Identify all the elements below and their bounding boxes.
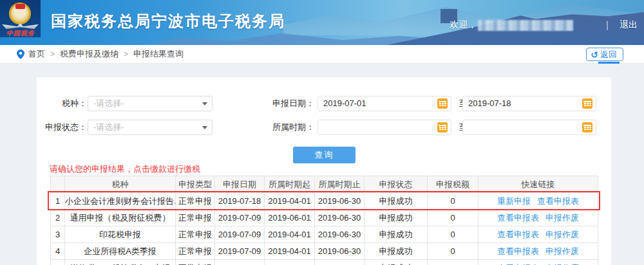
breadcrumb-separator: > (124, 50, 128, 59)
breadcrumb-home[interactable]: 首页 (28, 48, 45, 60)
separator: ｜ (603, 19, 612, 31)
cell-tax: 企业所得税A类季报 (65, 243, 176, 260)
cell-quick-links: 查看申报表申报作废 (478, 260, 598, 265)
cell-date: 2019-07-18 (215, 193, 265, 210)
table-row: 2通用申报（税及附征税费）正常申报2019-07-092019-06-01201… (51, 210, 598, 226)
logout-button[interactable]: 退出 (620, 19, 638, 31)
cell-tax: 小企业会计准则财务会计报告... (65, 193, 176, 210)
cell-quick-links: 重新申报查看申报表 (478, 193, 598, 210)
table-header: 税种申报类型申报日期所属时期起所属时期止申报状态申报税额快速链接 (51, 176, 598, 193)
column-header: 申报类型 (176, 176, 215, 193)
cell-period_end: 2019-06-30 (315, 226, 365, 243)
table-row: 4企业所得税A类季报正常申报2019-07-092019-04-012019-0… (51, 243, 598, 260)
quick-link[interactable]: 申报作废 (545, 230, 579, 239)
period-to-input[interactable] (462, 120, 596, 135)
app-header: 中国税务 国家税务总局宁波市电子税务局 欢迎， ｜ 退出 (0, 0, 644, 45)
user-area: 欢迎， ｜ 退出 (450, 19, 638, 31)
quick-link[interactable]: 申报作废 (545, 246, 579, 256)
tax-type-label: 税种： (37, 96, 87, 111)
column-header: 所属时期起 (265, 176, 315, 193)
cell-status: 申报成功 (365, 226, 428, 243)
column-header: 申报状态 (365, 176, 428, 193)
chevron-down-icon (202, 102, 207, 105)
cell-tax: 印花税申报 (65, 226, 176, 243)
cell-type: 正常申报 (176, 193, 215, 210)
tax-bureau-logo: 中国税务 (0, 0, 41, 37)
cell-quick-links: 查看申报表申报作废 (478, 226, 598, 243)
redacted-username (478, 20, 573, 31)
cell-period_start: 2019-04-01 (265, 243, 315, 260)
cell-quick-links: 查看申报表申报作废 (478, 243, 598, 260)
chevron-down-icon (202, 126, 207, 129)
cell-period_end: 2019-06-30 (315, 243, 365, 260)
quick-link[interactable]: 查看申报表 (537, 196, 579, 206)
cell-no: 1 (51, 193, 65, 210)
cell-no: 5 (51, 260, 65, 265)
declare-date-from-value: 2019-07-01 (323, 98, 366, 108)
column-header: 税种 (65, 176, 176, 193)
cell-date: 2019-07-09 (215, 260, 265, 265)
cell-amount: 0 (428, 243, 478, 260)
declare-status-select[interactable]: -请选择- (88, 120, 213, 135)
quick-link[interactable]: 查看申报表 (497, 263, 539, 265)
calendar-icon[interactable] (582, 98, 592, 109)
cell-period_start: 2019-06-01 (265, 210, 315, 226)
cell-period_start: 2019-04-01 (265, 193, 315, 210)
period-from-input[interactable] (317, 120, 451, 135)
calendar-icon[interactable] (437, 122, 448, 132)
declare-status-placeholder: -请选择- (93, 122, 124, 132)
quick-link[interactable]: 申报作废 (545, 213, 579, 223)
quick-link[interactable]: 申报作废 (545, 263, 579, 265)
cell-status: 申报成功 (365, 210, 428, 226)
cell-amount: 0 (428, 210, 478, 226)
table-row: 3印花税申报正常申报2019-07-092019-04-012019-06-30… (51, 226, 598, 243)
cell-period_start: 2019-07-09 (265, 260, 315, 265)
cell-period_end: 2019-06-30 (315, 193, 365, 210)
quick-link[interactable]: 查看申报表 (497, 213, 539, 223)
cell-type: 正常申报 (176, 210, 215, 226)
quick-link[interactable]: 重新申报 (497, 196, 531, 206)
declare-date-to-input[interactable]: 2019-07-18 (462, 96, 596, 111)
cell-status: 申报成功 (365, 243, 428, 260)
results-table: 税种申报类型申报日期所属时期起所属时期止申报状态申报税额快速链接 1小企业会计准… (50, 176, 598, 265)
cell-status: 申报成功 (365, 260, 428, 265)
back-button[interactable]: ↺ 返回 (586, 48, 623, 61)
table-row: 1小企业会计准则财务会计报告...正常申报2019-07-182019-04-0… (51, 193, 598, 210)
cell-amount: 0 (428, 226, 478, 243)
calendar-icon[interactable] (437, 98, 448, 109)
cell-quick-links: 查看申报表申报作废 (478, 210, 598, 226)
quick-link[interactable]: 查看申报表 (497, 246, 539, 256)
welcome-label: 欢迎， (450, 19, 477, 31)
cell-date: 2019-07-09 (215, 210, 265, 226)
column-header (51, 176, 65, 193)
column-header: 申报税额 (428, 176, 478, 193)
back-button-label: 返回 (600, 49, 617, 60)
column-header: 快速链接 (478, 176, 598, 193)
page-background: 税种： -请选择- 申报日期： 2019-07-01 至 2019-07-18 … (0, 64, 644, 264)
breadcrumb: 首页 > 税费申报及缴纳 > 申报结果查询 (28, 48, 184, 60)
cell-amount: 0 (428, 193, 478, 210)
cell-tax: 通用申报（税及附征税费） (65, 210, 176, 226)
breadcrumb-separator: > (50, 50, 55, 59)
breadcrumb-declare-pay[interactable]: 税费申报及缴纳 (60, 48, 118, 60)
calendar-icon[interactable] (582, 122, 592, 132)
cell-type: 正常申报 (176, 260, 215, 265)
cell-amount: 0 (428, 260, 478, 265)
content-panel: 税种： -请选择- 申报日期： 2019-07-01 至 2019-07-18 … (37, 77, 611, 265)
page-title: 国家税务总局宁波市电子税务局 (51, 11, 285, 32)
period-label: 所属时期： (249, 120, 314, 135)
cell-period_start: 2019-04-01 (265, 226, 315, 243)
column-header: 所属时期止 (315, 176, 365, 193)
declare-date-from-input[interactable]: 2019-07-01 (317, 96, 451, 111)
cell-no: 3 (51, 226, 65, 243)
search-button[interactable]: 查询 (293, 147, 355, 163)
cell-tax: 增值税（一般纳税人）申报 (65, 260, 176, 265)
quick-link[interactable]: 查看申报表 (497, 230, 539, 239)
breadcrumb-result-query: 申报结果查询 (133, 48, 184, 60)
tax-type-select[interactable]: -请选择- (88, 96, 213, 111)
cell-date: 2019-07-09 (215, 243, 265, 260)
declare-status-label: 申报状态： (37, 120, 87, 135)
cell-no: 2 (51, 210, 65, 226)
tax-type-placeholder: -请选择- (93, 98, 124, 108)
cell-type: 正常申报 (176, 243, 215, 260)
